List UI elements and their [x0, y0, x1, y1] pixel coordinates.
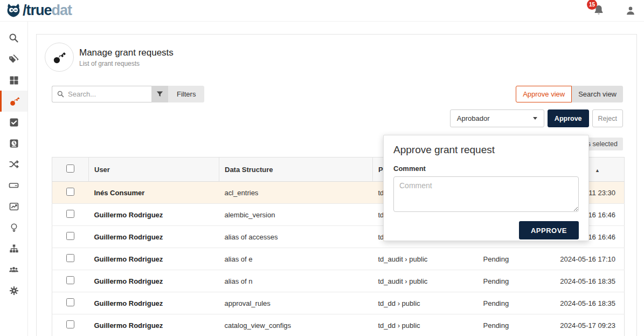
chevron-down-icon [533, 117, 537, 120]
cell-user: Guillermo Rodriguez [89, 204, 219, 226]
cell-status: Pending [478, 292, 548, 314]
cell-user: Guillermo Rodriguez [89, 292, 219, 314]
reject-button[interactable]: Reject [592, 109, 623, 127]
approve-grant-request-modal: Approve grant request Comment APPROVE [383, 135, 589, 241]
key-icon [52, 50, 67, 65]
toolbar: Filters Approve view Search view [52, 86, 623, 102]
cell-data-structure: alias of e [219, 248, 373, 270]
cell-user: Guillermo Rodriguez [89, 270, 219, 292]
table-row[interactable]: Guillermo Rodriguez catalog_view_configs… [52, 314, 625, 336]
approver-dropdown-value: Aprobador [457, 114, 490, 122]
owl-icon [5, 3, 22, 18]
comment-textarea[interactable] [393, 176, 579, 212]
sidebar-item-dashboard[interactable] [0, 70, 27, 91]
cell-date: 2024-05-16 18:35 [548, 292, 625, 314]
row-checkbox[interactable] [66, 320, 74, 328]
approve-button[interactable]: Approve [548, 109, 589, 127]
funnel-icon [156, 90, 164, 98]
select-all-checkbox-cell [52, 157, 89, 182]
shuffle-icon [8, 159, 19, 170]
sidebar-item-taxonomy[interactable] [0, 238, 27, 259]
user-menu-button[interactable] [625, 5, 636, 17]
column-header-user[interactable]: User [89, 157, 219, 182]
cell-data-structure: alias of accesses [219, 226, 373, 248]
filters-button[interactable]: Filters [168, 86, 204, 102]
gear-icon [9, 285, 19, 296]
cell-data-structure: acl_entries [219, 182, 373, 204]
sidebar-item-tasks[interactable] [0, 112, 27, 133]
cell-date: 2024-05-17 09:23 [548, 314, 625, 336]
search-icon [57, 90, 65, 98]
chart-up-icon [9, 201, 19, 212]
row-checkbox[interactable] [66, 210, 74, 218]
row-checkbox[interactable] [66, 232, 74, 240]
cell-status: Pending [478, 314, 548, 336]
filter-funnel-button[interactable] [151, 86, 168, 102]
approve-view-button[interactable]: Approve view [516, 86, 572, 102]
cell-data-structure: approval_rules [219, 292, 373, 314]
page-title: Manage grant requests [79, 47, 174, 58]
table-row[interactable]: Guillermo Rodriguez alias of e td_audit … [52, 248, 625, 270]
sidebar-item-tags[interactable] [0, 49, 27, 70]
user-group-icon [8, 264, 19, 275]
grid-icon [9, 75, 19, 86]
cell-user: Guillermo Rodriguez [89, 226, 219, 248]
select-all-checkbox[interactable] [66, 164, 74, 173]
page-subtitle: List of grant requests [79, 60, 174, 67]
truedat-logo[interactable]: /truedat [0, 3, 72, 18]
column-header-data-structure[interactable]: Data Structure [219, 157, 373, 182]
check-square-icon [9, 117, 19, 128]
drive-icon [8, 180, 19, 191]
cell-data-structure: catalog_view_configs [219, 314, 373, 336]
cell-data-structure: alembic_version [219, 204, 373, 226]
modal-title: Approve grant request [393, 144, 579, 156]
notifications-button[interactable]: 15 [592, 4, 606, 18]
key-icon [9, 95, 20, 107]
lightbulb-icon [9, 222, 19, 233]
sort-ascending-icon: ▲ [595, 168, 600, 173]
search-icon [8, 32, 19, 44]
logo-wordmark: /truedat [23, 3, 72, 18]
search-field [52, 86, 151, 102]
cell-path: td_dd › public [373, 314, 478, 336]
notification-count-badge: 15 [587, 0, 597, 10]
sidebar-item-permissions[interactable] [0, 91, 27, 112]
page-header: Manage grant requests List of grant requ… [45, 43, 174, 72]
approver-dropdown[interactable]: Aprobador [450, 109, 544, 127]
cell-status: Pending [478, 270, 548, 292]
timer-box-icon [9, 138, 19, 149]
app-root: /truedat 15 [0, 0, 644, 336]
row-checkbox[interactable] [66, 254, 74, 262]
sidebar-item-sources[interactable] [0, 175, 27, 196]
sitemap-icon [9, 243, 19, 254]
modal-approve-button[interactable]: APPROVE [519, 221, 579, 239]
cell-path: td_audit › public [373, 270, 478, 292]
sidebar-item-suggestions[interactable] [0, 217, 27, 238]
cell-status: Pending [478, 248, 548, 270]
sidebar-item-settings[interactable] [0, 280, 27, 301]
comment-label: Comment [393, 164, 579, 173]
sidebar-nav [0, 22, 28, 336]
cell-path: td_dd › public [373, 292, 478, 314]
cell-date: 2024-05-16 18:35 [548, 270, 625, 292]
cell-user: Guillermo Rodriguez [89, 314, 219, 336]
search-view-button[interactable]: Search view [572, 86, 623, 102]
top-header: /truedat 15 [0, 0, 644, 22]
table-row[interactable]: Guillermo Rodriguez alias of n td_audit … [52, 270, 625, 292]
bulk-actions-row: Aprobador Approve Reject [450, 109, 623, 127]
tags-icon [8, 53, 19, 65]
row-checkbox[interactable] [66, 188, 74, 196]
table-row[interactable]: Guillermo Rodriguez approval_rules td_dd… [52, 292, 625, 314]
sidebar-item-lineage[interactable] [0, 154, 27, 175]
sidebar-item-users[interactable] [0, 259, 27, 280]
cell-user: Inés Consumer [89, 182, 219, 204]
cell-user: Guillermo Rodriguez [89, 248, 219, 270]
cell-data-structure: alias of n [219, 270, 373, 292]
row-checkbox[interactable] [66, 298, 74, 306]
page-key-badge [45, 43, 74, 72]
sidebar-item-search[interactable] [0, 28, 27, 49]
search-input[interactable] [68, 90, 143, 98]
row-checkbox[interactable] [66, 276, 74, 284]
sidebar-item-executions[interactable] [0, 133, 27, 154]
sidebar-item-profiles[interactable] [0, 196, 27, 217]
